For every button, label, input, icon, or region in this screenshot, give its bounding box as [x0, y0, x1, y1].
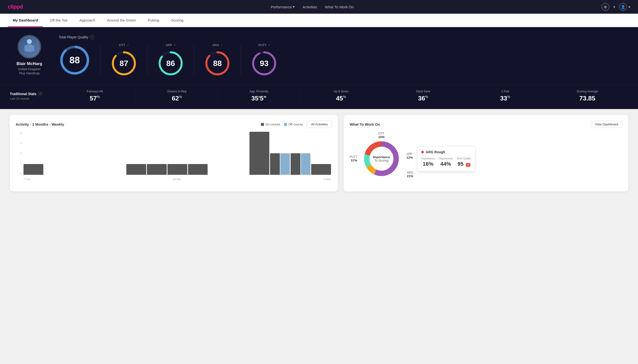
on-course-dot	[261, 123, 264, 126]
what-to-work-on-card: What To Work On View Dashboard OTT 10% A…	[344, 115, 628, 192]
bar-group-3	[85, 174, 105, 175]
bar-off-12	[280, 153, 290, 175]
tooltip-dot	[421, 151, 424, 153]
bar-group-7	[167, 164, 187, 175]
score-card-putt: PUTT ↗ 93	[241, 43, 287, 77]
trad-help-icon[interactable]: ?	[38, 92, 42, 96]
score-value-arg: 88	[213, 59, 222, 68]
stat-label: Fairways Hit	[54, 90, 136, 93]
all-activities-button[interactable]: All Activities	[307, 121, 332, 128]
trad-stats-title: Traditional Stats ?	[10, 92, 54, 96]
what-card-title: What To Work On	[350, 122, 380, 126]
bar-on-7	[167, 164, 187, 175]
bar-empty-4	[106, 174, 126, 175]
stat-app-proximity: App. Proximity 35'5"	[218, 90, 300, 102]
score-value-total: 88	[70, 55, 80, 65]
bar-empty-3	[85, 174, 105, 175]
user-menu[interactable]: 👤 ▾	[619, 3, 630, 11]
activity-card-header: Activity - 3 Months - Weekly On course O…	[16, 121, 332, 128]
y-label-0: 0	[20, 172, 22, 175]
score-label-ott: OTT ↗	[119, 43, 129, 47]
bar-on-8	[188, 164, 208, 175]
bar-empty-10	[229, 174, 249, 175]
nav-performance[interactable]: Performance ▾	[271, 5, 295, 9]
trad-stats-items: Fairways Hit 57% Greens In Reg 62% App. …	[54, 90, 628, 102]
stat-value: 36%	[382, 94, 464, 102]
y-label-1: 1	[20, 162, 22, 165]
stat-label: Up & Down	[300, 90, 382, 93]
add-button[interactable]: ⊕	[601, 3, 609, 11]
score-value-putt: 93	[260, 59, 269, 68]
bar-chart: 4 3 2 1 0 7 Feb 28 Mar 9 May	[16, 132, 332, 181]
y-label-2: 2	[20, 152, 22, 155]
tab-my-dashboard[interactable]: My Dashboard	[8, 14, 43, 27]
bottom-section: Activity - 3 Months - Weekly On course O…	[0, 109, 638, 197]
help-icon[interactable]: ?	[90, 35, 94, 39]
bar-on-14	[311, 164, 331, 175]
score-card-app: APP ↗ 86	[147, 43, 194, 77]
donut-label-ott: OTT 10%	[378, 132, 385, 139]
bar-on-13	[291, 153, 300, 175]
score-label-putt: PUTT ↗	[258, 43, 270, 47]
stat-label: Scoring Average	[546, 90, 628, 93]
tab-putting[interactable]: Putting	[143, 14, 164, 27]
bar-on-0	[24, 164, 43, 175]
player-handicap: Plus Handicap	[19, 72, 40, 75]
bar-group-6	[147, 164, 167, 175]
score-value-app: 86	[166, 59, 175, 68]
total-quality-label: Total Player Quality ?	[59, 35, 628, 39]
tab-bar: My Dashboard Off the Tee Approach Around…	[0, 14, 638, 27]
stat-value: 73.85	[546, 94, 628, 102]
top-navigation: clippd Performance ▾ Activities What To …	[0, 0, 638, 14]
stat-scoring-average: Scoring Average 73.85	[546, 90, 628, 102]
legend-on-course: On course	[261, 122, 280, 126]
bar-on-12	[270, 153, 280, 175]
tab-around-the-green[interactable]: Around the Green	[102, 14, 141, 27]
chevron-down-icon-add: ▾	[613, 5, 615, 9]
nav-what-to-work-on[interactable]: What To Work On	[325, 5, 354, 9]
bar-group-8	[188, 164, 208, 175]
svg-rect-3	[31, 46, 34, 51]
tab-off-the-tee[interactable]: Off the Tee	[45, 14, 73, 27]
tab-approach[interactable]: Approach	[74, 14, 100, 27]
tooltip-opportunity: Opportunity 44%	[439, 157, 453, 167]
tooltip-shot-quality: Shot Quality 95 ▼	[457, 157, 471, 167]
bar-group-1	[44, 174, 64, 175]
score-card-total: 88	[59, 44, 101, 76]
stat-value: 35'5"	[218, 94, 300, 102]
trend-icon-app: ↗	[173, 44, 175, 47]
stat-label: Sand Save	[382, 90, 464, 93]
score-label-app: APP ↗	[166, 43, 175, 47]
tab-scoring[interactable]: Scoring	[166, 14, 188, 27]
stat-sand-save: Sand Save 36%	[382, 90, 464, 102]
activity-card-title: Activity - 3 Months - Weekly	[16, 122, 64, 127]
y-label-3: 3	[20, 142, 22, 145]
user-chevron: ▾	[628, 5, 630, 9]
logo[interactable]: clippd	[8, 4, 23, 10]
bar-group-13	[291, 153, 310, 175]
nav-links: Performance ▾ Activities What To Work On	[271, 5, 354, 9]
bar-on-11	[250, 132, 269, 175]
trad-stats-sublabel: Last 20 rounds	[10, 97, 54, 100]
chevron-down-icon: ▾	[293, 5, 295, 9]
view-dashboard-button[interactable]: View Dashboard	[591, 121, 622, 128]
bar-group-11	[250, 132, 269, 175]
bar-empty-9	[208, 174, 228, 175]
stat-label: Greens In Reg	[136, 90, 218, 93]
bar-group-2	[65, 174, 84, 175]
bar-empty-2	[65, 174, 84, 175]
nav-activities[interactable]: Activities	[303, 5, 317, 9]
score-value-ott: 87	[119, 59, 128, 68]
y-label-4: 4	[20, 132, 22, 135]
bar-empty-1	[44, 174, 64, 175]
flag-down-icon: ▼	[466, 163, 470, 167]
bar-group-10	[229, 174, 249, 175]
tooltip-importance: Importance 16%	[421, 157, 435, 167]
donut-label-arg: ARG 21%	[407, 171, 413, 178]
x-label-mar: 28 Mar	[173, 178, 181, 181]
stat-fairways-hit: Fairways Hit 57%	[54, 90, 136, 102]
stat-greens-in-reg: Greens In Reg 62%	[136, 90, 218, 102]
hero-section: Blair McHarg United Kingdom Plus Handica…	[0, 27, 638, 84]
stat-1-putt: 1 Putt 33%	[464, 90, 546, 102]
stat-up-and-down: Up & Down 45%	[300, 90, 382, 102]
